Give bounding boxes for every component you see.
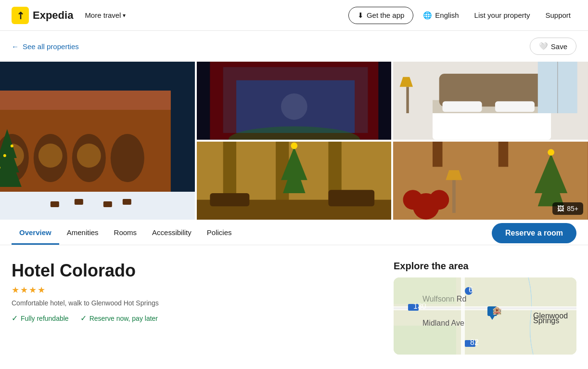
logo[interactable]: ↗ Expedia [12, 7, 73, 24]
map-container[interactable]: 130 6 82 Wulfsonn Rd Midland Ave Glenwoo… [394, 277, 576, 355]
language-selector[interactable]: 🌐 English [417, 7, 464, 24]
tab-amenities[interactable]: Amenities [59, 222, 106, 245]
globe-icon: 🌐 [423, 11, 432, 20]
header-right: ⬇ Get the app 🌐 English List your proper… [348, 7, 576, 24]
pay-later-badge: ✓ Reserve now, pay later [80, 314, 158, 323]
tab-rooms[interactable]: Rooms [106, 222, 145, 245]
photo-count-badge[interactable]: 🖼 85+ [552, 202, 583, 215]
svg-rect-38 [407, 87, 409, 113]
svg-point-10 [77, 144, 101, 168]
photo-grid: 🖼 85+ [0, 62, 588, 220]
hotel-name: Hotel Colorado [12, 261, 378, 281]
tab-accessibility[interactable]: Accessibility [144, 222, 199, 245]
svg-rect-2 [0, 91, 171, 110]
tab-overview[interactable]: Overview [12, 222, 59, 245]
star-1: ★ [12, 285, 19, 295]
map-background: 130 6 82 Wulfsonn Rd Midland Ave Glenwoo… [394, 277, 576, 355]
support-label: Support [545, 11, 571, 19]
svg-rect-35 [495, 101, 535, 112]
language-label: English [435, 11, 459, 19]
svg-point-16 [3, 154, 6, 157]
support-link[interactable]: Support [539, 7, 576, 23]
more-travel-label: More travel [85, 11, 121, 19]
svg-point-28 [281, 93, 307, 120]
svg-rect-20 [123, 199, 131, 205]
svg-rect-19 [103, 201, 112, 207]
hotel-info: Hotel Colorado ★ ★ ★ ★ Comfortable hotel… [12, 261, 378, 355]
subheader: ← See all properties 🤍 Save [0, 31, 588, 62]
svg-rect-69 [461, 277, 465, 355]
svg-rect-50 [210, 193, 249, 206]
photo-count: 85+ [567, 205, 578, 212]
reserve-room-button[interactable]: Reserve a room [492, 223, 576, 243]
get-app-label: Get the app [367, 11, 404, 19]
svg-rect-83 [394, 326, 456, 355]
check-icon-refundable: ✓ [12, 314, 18, 323]
header: ↗ Expedia More travel ▾ ⬇ Get the app 🌐 … [0, 0, 588, 31]
star-3: ★ [29, 285, 37, 295]
heart-icon: 🤍 [539, 42, 548, 51]
more-travel-nav[interactable]: More travel ▾ [85, 11, 126, 19]
star-rating: ★ ★ ★ ★ [12, 285, 378, 295]
svg-rect-7 [0, 192, 195, 220]
list-property-link[interactable]: List your property [469, 7, 536, 23]
amenity-badges: ✓ Fully refundable ✓ Reserve now, pay la… [12, 314, 378, 323]
pay-later-label: Reserve now, pay later [89, 315, 158, 322]
svg-rect-17 [51, 201, 59, 207]
save-button[interactable]: 🤍 Save [530, 38, 576, 55]
photo-main[interactable] [0, 62, 195, 220]
photo-top-right[interactable] [393, 62, 588, 140]
photo-top-mid[interactable] [197, 62, 392, 140]
save-label: Save [551, 42, 567, 51]
list-property-label: List your property [474, 11, 530, 19]
back-arrow-icon: ← [12, 42, 19, 51]
svg-text:6: 6 [469, 286, 473, 294]
star-2: ★ [20, 285, 28, 295]
check-icon-pay-later: ✓ [80, 314, 87, 323]
svg-text:🏨: 🏨 [492, 306, 502, 315]
map-title: Explore the area [394, 261, 576, 272]
photo-bot-right[interactable]: 🖼 85+ [393, 142, 588, 220]
svg-rect-18 [75, 199, 83, 205]
gallery-icon: 🖼 [557, 205, 564, 212]
photo-bot-mid[interactable] [197, 142, 392, 220]
svg-rect-49 [197, 142, 392, 220]
chevron-down-icon: ▾ [123, 12, 126, 19]
svg-rect-34 [443, 101, 482, 112]
logo-text: Expedia [33, 9, 73, 22]
svg-rect-84 [394, 277, 456, 304]
get-app-button[interactable]: ⬇ Get the app [348, 7, 413, 24]
tab-policies[interactable]: Policies [199, 222, 240, 245]
main-content: Hotel Colorado ★ ★ ★ ★ Comfortable hotel… [0, 245, 588, 355]
download-icon: ⬇ [358, 11, 364, 20]
refundable-label: Fully refundable [21, 315, 69, 322]
refundable-badge: ✓ Fully refundable [12, 314, 69, 323]
back-label: See all properties [23, 42, 79, 51]
map-section: Explore the area 130 [394, 261, 576, 355]
svg-text:Springs: Springs [533, 316, 559, 325]
logo-icon: ↗ [12, 7, 29, 24]
svg-rect-51 [328, 190, 374, 206]
hotel-description: Comfortable hotel, walk to Glenwood Hot … [12, 299, 378, 307]
svg-point-15 [11, 145, 13, 147]
svg-text:82: 82 [470, 338, 479, 346]
tab-bar: Overview Amenities Rooms Accessibility P… [0, 222, 588, 245]
svg-point-9 [38, 144, 63, 168]
svg-point-6 [111, 134, 144, 182]
back-to-properties-link[interactable]: ← See all properties [12, 42, 79, 51]
star-half: ★ [38, 285, 45, 295]
